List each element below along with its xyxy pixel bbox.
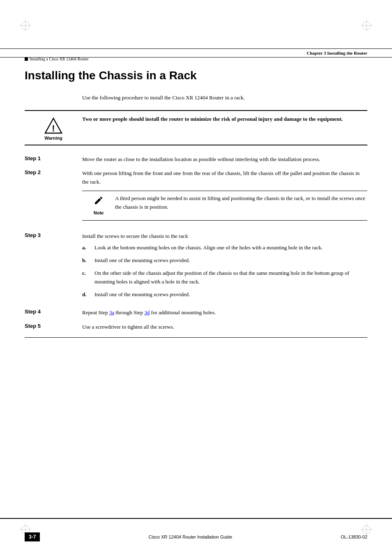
step-4-content: Repeat Step 3a through Step 3d for addit… — [82, 309, 367, 317]
step-2-text: With one person lifting from the front a… — [82, 170, 360, 185]
sub-step-c-content: On the other side of the chassis adjust … — [95, 269, 367, 286]
page: Chapter 3 Installing the Router Installi… — [0, 0, 392, 555]
step-5-row: Step 5 Use a screwdriver to tighten all … — [25, 323, 367, 332]
step-1-label: Step 1 — [25, 155, 82, 161]
step-4-label: Step 4 — [25, 309, 82, 315]
step-3a-link[interactable]: 3a — [109, 309, 114, 315]
intro-paragraph: Use the following procedure to install t… — [82, 94, 367, 102]
page-title: Installing the Chassis in a Rack — [25, 69, 367, 82]
footer-page-number: 3-7 — [25, 532, 40, 541]
step-3-label: Step 3 — [25, 232, 82, 238]
note-block: Note A third person might be needed to a… — [82, 191, 367, 221]
note-label: Note — [94, 210, 104, 217]
warning-triangle-icon: ! — [44, 117, 62, 135]
step-4-row: Step 4 Repeat Step 3a through Step 3d fo… — [25, 309, 367, 317]
warning-block: ! Warning Two or more people should inst… — [25, 110, 367, 145]
step-1-content: Move the router as close to the installa… — [82, 155, 367, 164]
warning-text: Two or more people should install the ro… — [82, 115, 367, 123]
step-5-label: Step 5 — [25, 323, 82, 329]
sub-step-d: d. Install one of the mounting screws pr… — [82, 290, 367, 299]
sub-step-c-label: c. — [82, 269, 95, 278]
step-2-content: With one person lifting from the front a… — [82, 169, 367, 226]
steps-end-border — [25, 337, 367, 338]
step-3-content: Install the screws to secure the chassis… — [82, 232, 367, 303]
sub-header-bullet — [25, 58, 28, 61]
sub-step-a: a. Look at the bottom mounting holes on … — [82, 244, 367, 252]
step-3d-link[interactable]: 3d — [144, 309, 150, 315]
main-content: Installing the Chassis in a Rack Use the… — [25, 69, 367, 506]
footer: 3-7 Cisco XR 12404 Router Installation G… — [0, 518, 392, 555]
sub-step-a-label: a. — [82, 244, 95, 252]
sub-steps-container: a. Look at the bottom mounting holes on … — [82, 244, 367, 299]
step-2-label: Step 2 — [25, 169, 82, 175]
step-1-row: Step 1 Move the router as close to the i… — [25, 155, 367, 164]
crosshair-top-right — [361, 20, 372, 31]
step-2-row: Step 2 With one person lifting from the … — [25, 169, 367, 226]
warning-label: Warning — [44, 136, 62, 140]
footer-center-text: Cisco XR 12404 Router Installation Guide — [40, 534, 341, 539]
step-5-content: Use a screwdriver to tighten all the scr… — [82, 323, 367, 332]
header-bar: Chapter 3 Installing the Router — [0, 48, 392, 58]
steps-container: Step 1 Move the router as close to the i… — [25, 155, 367, 338]
crosshair-top-left — [20, 20, 31, 31]
sub-header: Installing a Cisco XR 12404 Router — [25, 57, 89, 61]
step-3-row: Step 3 Install the screws to secure the … — [25, 232, 367, 303]
header-right-text: Chapter 3 Installing the Router — [307, 51, 367, 55]
sub-step-b-label: b. — [82, 256, 95, 265]
svg-text:!: ! — [52, 123, 55, 134]
sub-header-text: Installing a Cisco XR 12404 Router — [30, 57, 89, 61]
sub-step-d-content: Install one of the mounting screws provi… — [95, 290, 367, 299]
sub-step-a-content: Look at the bottom mounting holes on the… — [95, 244, 367, 252]
step-3-text: Install the screws to secure the chassis… — [82, 233, 188, 239]
warning-icon-column: ! Warning — [25, 115, 82, 140]
note-text: A third person might be needed to assist… — [115, 194, 367, 212]
footer-right-text: OL-13830-02 — [341, 534, 367, 539]
sub-step-b: b. Install one of the mounting screws pr… — [82, 256, 367, 265]
sub-step-d-label: d. — [82, 290, 95, 299]
note-icon-column: Note — [82, 194, 115, 217]
sub-step-b-content: Install one of the mounting screws provi… — [95, 256, 367, 265]
note-pencil-icon — [94, 195, 104, 210]
sub-step-c: c. On the other side of the chassis adju… — [82, 269, 367, 286]
